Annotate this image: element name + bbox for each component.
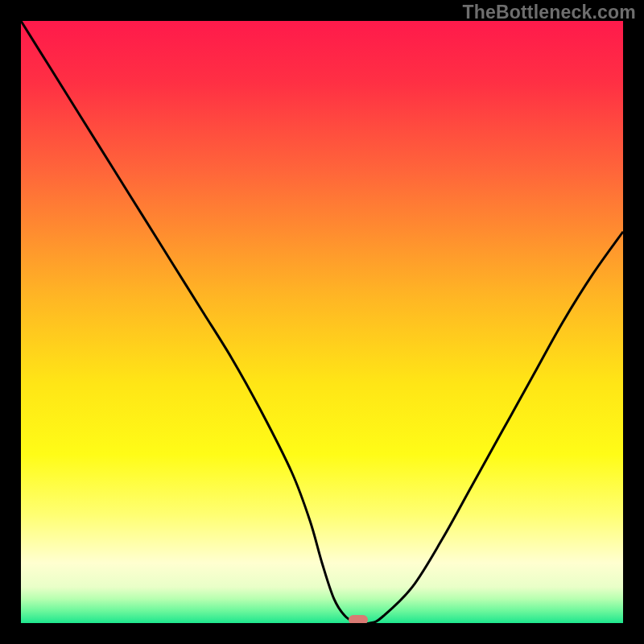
plot-area <box>21 21 623 623</box>
watermark-text: TheBottleneck.com <box>462 2 636 23</box>
heat-gradient <box>21 21 623 623</box>
chart-frame: TheBottleneck.com <box>0 0 644 644</box>
